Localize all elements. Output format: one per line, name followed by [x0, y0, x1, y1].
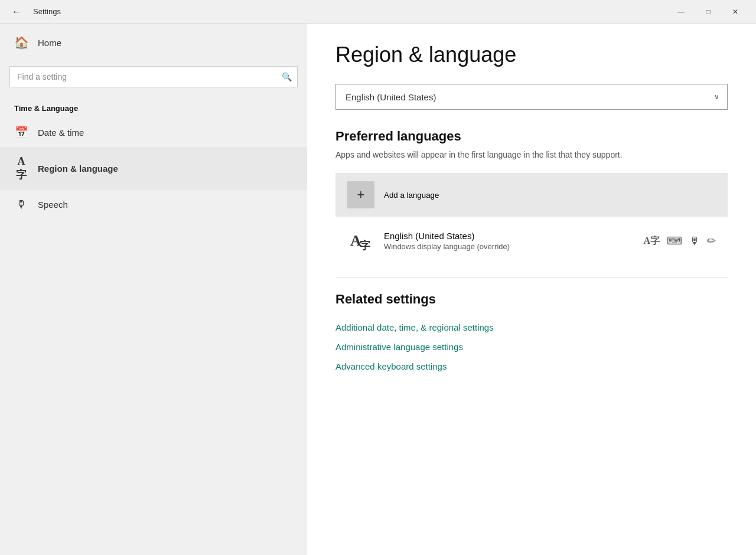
add-language-button[interactable]: + Add a language: [335, 173, 728, 217]
sidebar-section-label: Time & Language: [0, 97, 307, 117]
svg-text:字: 字: [360, 239, 371, 252]
sidebar-item-speech-label: Speech: [38, 200, 68, 210]
search-input[interactable]: [9, 66, 298, 87]
maximize-button[interactable]: □: [695, 0, 722, 24]
speech-icon: 🎙: [14, 198, 28, 211]
section-divider: [335, 277, 728, 278]
related-link-administrative[interactable]: Administrative language settings: [335, 342, 728, 352]
preferred-languages-title: Preferred languages: [335, 129, 728, 144]
country-dropdown[interactable]: English (United States): [335, 84, 728, 110]
sidebar-item-speech[interactable]: 🎙 Speech: [0, 190, 307, 219]
main-layout: 🏠 Home 🔍 Time & Language 📅 Date & time A…: [0, 24, 756, 555]
language-name-english: English (United States): [384, 231, 634, 241]
preferred-languages-desc: Apps and websites will appear in the fir…: [335, 149, 728, 161]
page-title: Region & language: [335, 43, 728, 67]
language-speech-icon[interactable]: 🎙: [689, 235, 700, 247]
plus-icon: +: [347, 181, 374, 208]
language-info-english: English (United States) Windows display …: [384, 231, 634, 251]
related-link-advanced-keyboard[interactable]: Advanced keyboard settings: [335, 361, 728, 371]
sidebar-item-region-language-label: Region & language: [38, 164, 118, 174]
language-item-english[interactable]: A 字 English (United States) Windows disp…: [335, 219, 728, 263]
sidebar: 🏠 Home 🔍 Time & Language 📅 Date & time A…: [0, 24, 307, 555]
close-button[interactable]: ✕: [722, 0, 749, 24]
title-bar: ← Settings — □ ✕: [0, 0, 756, 24]
title-bar-controls: ← Settings: [7, 4, 61, 19]
region-language-icon: A字: [14, 155, 28, 182]
sidebar-item-date-time-label: Date & time: [38, 128, 84, 138]
sidebar-home-label: Home: [38, 38, 61, 48]
content-area: Region & language English (United States…: [307, 24, 756, 555]
country-dropdown-wrapper: English (United States) ∨: [335, 84, 728, 110]
minimize-button[interactable]: —: [667, 0, 695, 24]
back-button[interactable]: ←: [7, 4, 26, 19]
window-controls: — □ ✕: [667, 0, 749, 24]
related-link-additional-date[interactable]: Additional date, time, & regional settin…: [335, 322, 728, 332]
sidebar-search: 🔍: [9, 66, 298, 87]
language-handwriting-icon[interactable]: ✏: [707, 234, 716, 247]
sidebar-home-item[interactable]: 🏠 Home: [0, 24, 307, 61]
language-sub-english: Windows display language (override): [384, 242, 634, 251]
language-keyboard-icon[interactable]: ⌨: [667, 234, 682, 247]
sidebar-item-date-time[interactable]: 📅 Date & time: [0, 117, 307, 147]
add-language-label: Add a language: [384, 191, 439, 200]
related-settings-title: Related settings: [335, 292, 728, 307]
language-action-icons: A字 ⌨ 🎙 ✏: [643, 234, 716, 247]
language-icon-english: A 字: [347, 227, 374, 254]
home-icon: 🏠: [14, 35, 28, 50]
language-font-icon[interactable]: A字: [643, 235, 660, 247]
search-icon: 🔍: [282, 72, 292, 81]
title-bar-title: Settings: [33, 7, 61, 16]
sidebar-item-region-language[interactable]: A字 Region & language: [0, 147, 307, 190]
date-time-icon: 📅: [14, 126, 28, 139]
